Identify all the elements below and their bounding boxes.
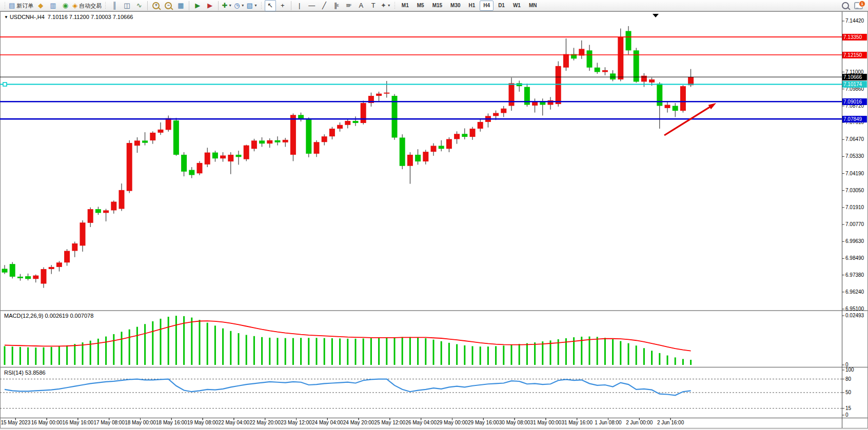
toolbar-grip [104,2,107,9]
search-icon[interactable] [842,2,849,9]
timeframe-m1[interactable]: M1 [398,1,412,11]
time-axis-label: 18 May 16:00 [156,420,187,425]
price-line-badge: 7.13350 [842,34,867,40]
tile-windows-button[interactable]: ▦ [175,0,186,11]
toolbar-grip [4,2,6,9]
auto-scroll-icon: ▶ [195,1,200,10]
price-tick-label: 7.01910 [845,204,864,210]
price-tick-label: 6.95100 [845,306,864,312]
time-axis-label: 1 Jun 08:00 [595,420,621,425]
time-axis-label: 24 May 04:00 [312,420,343,425]
fibonacci-button[interactable]: ≡F [343,0,354,11]
time-axis-label: 24 May 20:00 [343,420,374,425]
auto-trading-button[interactable]: ◈自动交易 [72,0,102,11]
zoom-in-button[interactable]: + [150,0,162,11]
time-axis-label: 30 May 08:00 [499,420,530,425]
bar-chart-button[interactable]: ║ [109,0,120,11]
timeframe-h1[interactable]: H1 [465,1,479,11]
zoom-out-button[interactable]: − [163,0,174,11]
text-label-button[interactable]: T [368,0,379,11]
arrows-button[interactable]: ✦▼ [380,0,391,11]
new-order-icon: ▤ [9,1,15,10]
time-axis-label: 31 May 00:00 [530,420,562,425]
price-line-badge: 7.07849 [842,116,867,122]
toolbar-grip [260,2,263,9]
timeframe-m5[interactable]: M5 [413,1,428,11]
time-axis-label: 16 May 00:00 [31,420,63,425]
symbol-dropdown-icon[interactable]: ▼ [4,15,8,19]
vertical-line-icon: | [299,1,300,10]
price-tick-label: 7.04190 [845,171,864,176]
cursor-button[interactable]: ↖ [265,0,276,11]
market-watch-button[interactable]: ▥ [47,0,58,11]
time-axis-label: 15 May 2023 [1,420,30,425]
new-order-button[interactable]: ▤新订单 [8,0,34,11]
dropdown-caret-icon[interactable]: ▼ [387,1,391,10]
macd-indicator-label: MACD(12,26,9) 0.002619 0.007078 [4,313,93,319]
price-tick-label: 7.14420 [845,18,864,24]
time-axis-label: 29 May 00:00 [437,420,468,425]
chart-shift-button[interactable]: ▶ [204,0,215,11]
chat-icon[interactable]: 1 [854,2,863,9]
data-window-button[interactable]: ◉ [60,0,71,11]
profiles-button[interactable]: ◆ [35,0,46,11]
horizontal-line-button[interactable]: — [306,0,318,11]
rsi-indicator-label: RSI(14) 53.8586 [4,370,46,376]
crosshair-button[interactable]: + [277,0,288,11]
auto-trading-icon: ◈ [72,1,77,10]
price-tick-label: 6.96240 [845,289,864,295]
equidistant-channel-button[interactable]: ∥E [331,0,342,11]
line-chart-button[interactable]: ∿ [133,0,145,11]
rsi-tick-label: 50 [845,390,851,395]
price-line-badge: 7.10666 [842,74,867,80]
timeframe-m30[interactable]: M30 [447,1,464,11]
timeframe-h4[interactable]: H4 [480,1,494,11]
dropdown-caret-icon[interactable]: ▼ [241,1,245,10]
time-axis-label: 2 Jun 00:00 [626,420,653,425]
timeframe-m15[interactable]: M15 [429,1,446,11]
time-axis-label: 2 Jun 16:00 [657,420,684,425]
dropdown-caret-icon[interactable]: ▼ [254,1,258,10]
periods-button[interactable]: ◷▼ [233,0,245,11]
text-button[interactable]: A [356,0,367,11]
time-axis-label: 16 May 16:00 [63,420,94,425]
periods-icon: ◷ [234,1,240,10]
crosshair-icon: + [281,1,285,10]
time-axis-label: 22 May 04:00 [219,420,250,425]
macd-tick-label: 0.02493 [845,313,864,318]
dropdown-caret-icon[interactable]: ▼ [228,1,232,10]
market-watch-icon: ▥ [50,1,56,10]
candlestick-chart-button[interactable]: ◫ [121,0,132,11]
notification-badge: 1 [859,1,865,7]
timeframe-w1[interactable]: W1 [509,1,524,11]
auto-trading-button-label: 自动交易 [79,1,102,10]
rsi-tick-label: 100 [845,367,854,373]
time-axis-label: 19 May 08:00 [187,420,219,425]
text-icon: A [359,1,363,10]
tile-windows-icon: ▦ [177,1,184,10]
templates-button[interactable]: ▧▼ [246,0,258,11]
vertical-line-button[interactable]: | [294,0,305,11]
time-axis-label: 22 May 20:00 [249,420,281,425]
profiles-icon: ◆ [38,1,43,10]
auto-scroll-button[interactable]: ▶ [192,0,203,11]
arrows-icon: ✦ [381,1,386,10]
price-tick-label: 6.99630 [845,238,864,244]
time-axis-label: 17 May 08:00 [93,420,125,425]
zoom-in-icon: + [152,2,160,9]
time-axis-label: 25 May 12:00 [374,420,406,425]
price-line-badge: 7.09016 [842,98,867,105]
text-label-icon: T [371,1,376,10]
timeframe-mn[interactable]: MN [525,1,541,11]
price-tick-label: 7.06470 [845,136,864,142]
timeframe-d1[interactable]: D1 [495,1,508,11]
indicators-button[interactable]: ✚▼ [221,0,232,11]
rsi-tick-label: 80 [845,376,851,382]
new-order-button-label: 新订单 [16,1,33,10]
chart-plot-area[interactable] [0,0,868,430]
price-line-badge: 7.10174 [842,81,867,88]
top-toolbar: ▤新订单◆▥◉◈自动交易║◫∿+−▦▶▶✚▼◷▼▧▼↖+|—╱∥E≡FAT✦▼M… [0,0,868,11]
candlestick-chart-icon: ◫ [124,1,130,10]
symbol-ohlc-text: USDCNH-,H4 7.10116 7.11200 7.10003 7.106… [10,14,133,20]
trendline-button[interactable]: ╱ [319,0,330,11]
